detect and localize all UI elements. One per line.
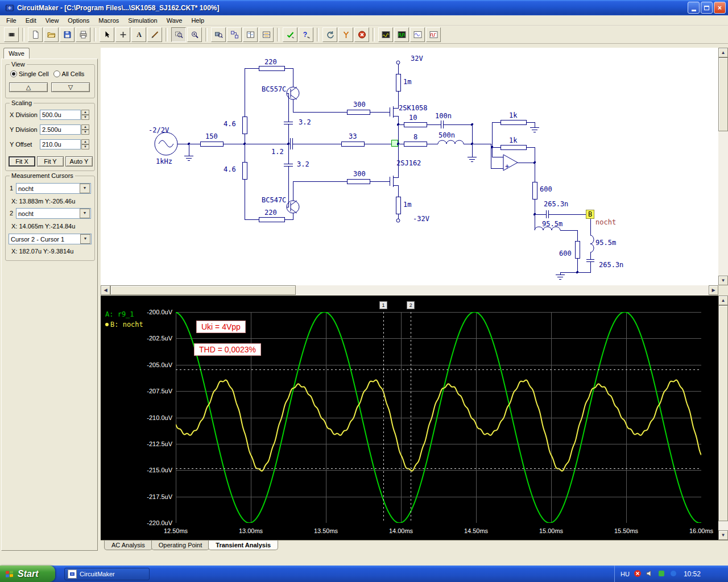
spinner-down-button[interactable]: ▼ [81,115,89,120]
menu-view[interactable]: View [42,16,63,24]
stop-simulation-icon[interactable] [354,27,369,42]
split-vertical-icon[interactable] [259,27,274,42]
arrow-tool-icon[interactable] [100,27,114,42]
component-label[interactable]: 10 [409,114,417,122]
cursor-1-select[interactable]: nocht ▼ [16,183,91,194]
cursor-2-select[interactable]: nocht ▼ [16,208,91,219]
language-indicator[interactable]: HU [621,571,630,577]
component-label[interactable]: -2/2V [148,126,169,134]
plus-tool-icon[interactable] [115,27,130,42]
radio-single-cell[interactable]: Single Cell [10,70,49,77]
scroll-up-icon[interactable]: ▲ [718,48,728,57]
scroll-up-icon[interactable]: ▲ [718,296,728,305]
scope-blue-icon[interactable] [410,27,425,42]
new-document-icon[interactable] [28,27,43,42]
spinner-up-button[interactable]: ▲ [81,139,89,144]
open-folder-icon[interactable] [44,27,59,42]
menu-help[interactable]: Help [187,16,208,24]
status-green-icon[interactable] [657,569,665,579]
component-label[interactable]: 4.6 [224,165,236,173]
help-probe-icon[interactable]: ? [299,27,313,42]
cursor-diff-select[interactable]: Cursor 2 - Cursor 1 ▼ [9,234,92,244]
scroll-down-icon[interactable]: ▼ [718,530,728,540]
fit-y-button[interactable]: Fit Y [37,156,64,167]
taskbar-item-circuitmaker[interactable]: CircuitMaker [64,568,150,580]
scroll-right-icon[interactable]: ▶ [709,285,718,295]
waveform-vertical-scrollbar[interactable]: ▲ ▼ [718,296,728,540]
close-button[interactable]: × [714,2,726,14]
split-horizontal-icon[interactable] [243,27,258,42]
x-division-input[interactable] [40,110,81,120]
component-label[interactable]: BC557C [262,85,286,93]
probe-y-icon[interactable] [338,27,353,42]
probe-b-net-label[interactable]: nocht [595,218,616,226]
component-label[interactable]: 265.3n [599,261,623,269]
chevron-down-icon[interactable]: ▼ [80,184,90,193]
check-simulation-icon[interactable] [283,27,297,42]
spinner-down-button[interactable]: ▼ [81,130,89,135]
component-label[interactable]: 8 [413,133,417,141]
trace-b-label[interactable]: B: nocht [105,321,143,329]
auto-y-button[interactable]: Auto Y [65,156,93,167]
scroll-trace-up-button[interactable]: △ [9,82,48,92]
component-label[interactable]: 2SK1058 [399,104,428,112]
component-label[interactable]: 95.5m [542,220,562,228]
menu-options[interactable]: Options [64,16,93,24]
print-icon[interactable] [76,27,90,42]
spinner-up-button[interactable]: ▲ [81,124,89,130]
scrollbar-thumb[interactable] [110,285,296,295]
reset-icon[interactable] [322,27,337,42]
component-label[interactable]: 4.6 [224,120,236,128]
parts-bin-icon[interactable] [4,27,19,42]
component-label[interactable]: 300 [353,101,366,109]
menu-wave[interactable]: Wave [163,16,187,24]
component-label[interactable]: 150 [205,132,218,140]
component-label[interactable]: 1m [403,78,411,86]
cursor-2-flag[interactable]: 2 [407,301,415,309]
component-label[interactable]: + [505,163,509,171]
wire-tool-icon[interactable] [147,27,162,42]
component-label[interactable]: 2SJ162 [396,159,421,167]
zoom-window-icon[interactable] [171,27,186,42]
component-label[interactable]: 33 [349,132,357,140]
tab-wave[interactable]: Wave [3,48,30,60]
menu-simulation[interactable]: Simulation [124,16,161,24]
component-label[interactable]: 500n [439,131,455,139]
component-label[interactable]: 600 [559,250,572,257]
component-label[interactable]: 1m [403,201,411,209]
scrollbar-thumb[interactable] [718,305,728,521]
volume-icon[interactable] [646,569,653,579]
chevron-down-icon[interactable]: ▼ [80,209,90,218]
component-label[interactable]: 3.2 [297,160,309,168]
fit-x-button[interactable]: Fit X [9,156,35,167]
title-bar[interactable]: CircuitMaker - [C:\Program Files\...\SK1… [0,0,728,15]
component-label[interactable]: 95.5m [595,239,616,247]
schematic-vertical-scrollbar[interactable]: ▲ ▼ [718,48,728,285]
find-part-icon[interactable] [211,27,226,42]
scope-red-icon[interactable] [426,27,441,42]
component-label[interactable]: 300 [353,170,366,178]
start-button[interactable]: Start [0,566,55,582]
component-label[interactable]: 32V [411,55,423,63]
security-alert-icon[interactable] [634,569,642,579]
zoom-in-icon[interactable] [187,27,202,42]
component-label[interactable]: 1kHz [156,157,172,165]
save-icon[interactable] [60,27,75,42]
component-label[interactable]: 220 [264,209,277,217]
tab-operating-point[interactable]: Operating Point [151,541,209,550]
scroll-down-icon[interactable]: ▼ [718,276,728,285]
radio-all-cells[interactable]: All Cells [53,70,85,77]
component-label[interactable]: 265.3n [544,200,568,208]
explore-icon[interactable] [227,27,242,42]
maximize-button[interactable] [701,2,713,14]
scrollbar-thumb[interactable] [718,57,728,131]
scope-yellow-icon[interactable] [378,27,393,42]
component-label[interactable]: 1k [509,136,517,144]
component-label[interactable]: 1k [509,111,517,119]
spinner-down-button[interactable]: ▼ [81,144,89,149]
y-division-input[interactable] [40,124,81,135]
y-offset-input[interactable] [40,139,81,149]
scroll-trace-down-button[interactable]: ▽ [51,82,90,92]
component-label[interactable]: 220 [264,58,277,66]
component-label[interactable]: 100n [435,112,452,120]
